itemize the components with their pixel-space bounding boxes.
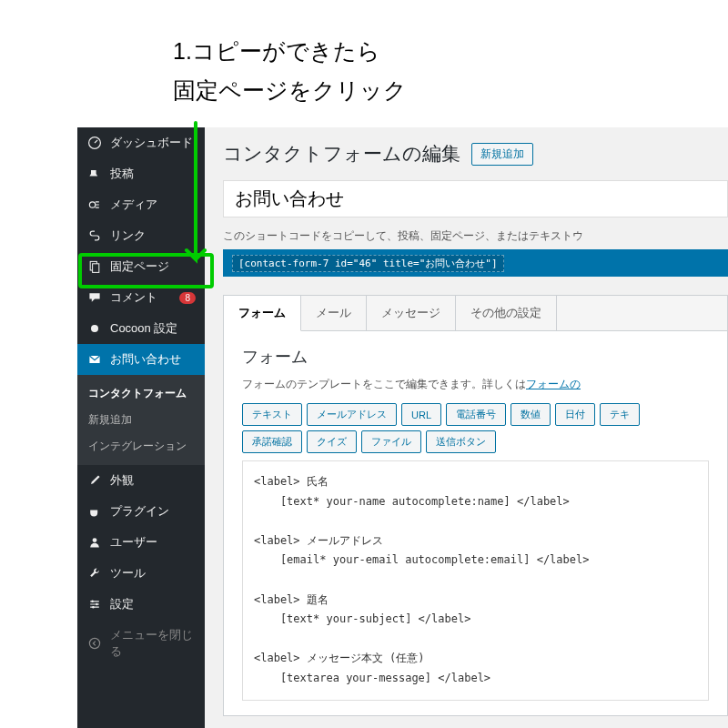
cocoon-icon — [86, 320, 103, 337]
tag-buttons-row2: 承諾確認 クイズ ファイル 送信ボタン — [242, 430, 709, 453]
sidebar-label: ダッシュボード — [110, 135, 193, 151]
tab-other[interactable]: その他の設定 — [456, 296, 557, 330]
comment-icon — [86, 289, 103, 306]
tag-buttons-row1: テキスト メールアドレス URL 電話番号 数値 日付 テキ — [242, 403, 709, 426]
sidebar-label: 外観 — [110, 472, 134, 489]
sidebar-item-cocoon[interactable]: Cocoon 設定 — [77, 313, 205, 344]
tag-quiz[interactable]: クイズ — [307, 430, 357, 453]
sidebar-label: メニューを閉じる — [110, 627, 196, 660]
sidebar-label: リンク — [110, 228, 146, 244]
tag-url[interactable]: URL — [401, 403, 441, 426]
tag-number[interactable]: 数値 — [511, 403, 551, 426]
settings-icon — [86, 596, 103, 612]
panel-body: フォーム フォームのテンプレートをここで編集できます。詳しくはフォームの テキス… — [224, 331, 727, 715]
dashboard-icon — [86, 135, 103, 151]
editor-tabs: フォーム メール メッセージ その他の設定 — [224, 296, 727, 331]
form-title-input[interactable] — [223, 180, 728, 217]
tag-email[interactable]: メールアドレス — [307, 403, 397, 426]
sidebar-label: ツール — [110, 565, 146, 581]
sidebar-label: メディア — [110, 197, 157, 213]
sidebar-collapse[interactable]: メニューを閉じる — [77, 620, 205, 667]
link-icon — [86, 228, 103, 244]
pin-icon — [86, 166, 103, 182]
tag-text[interactable]: テキスト — [242, 403, 302, 426]
tag-acceptance[interactable]: 承諾確認 — [242, 430, 302, 453]
tag-tel[interactable]: 電話番号 — [446, 403, 506, 426]
sidebar-label: 投稿 — [110, 166, 134, 182]
sidebar-item-comments[interactable]: コメント 8 — [77, 282, 205, 313]
instruction-annotation: 1.コピーができたら 固定ページをクリック — [173, 32, 407, 109]
shortcode-box: [contact-form-7 id="46" title="お問い合わせ"] — [223, 249, 728, 277]
tab-form[interactable]: フォーム — [224, 296, 301, 331]
svg-point-2 — [89, 202, 95, 207]
tag-date[interactable]: 日付 — [555, 403, 595, 426]
sidebar-item-appearance[interactable]: 外観 — [77, 465, 205, 496]
tool-icon — [86, 565, 103, 581]
sidebar-item-settings[interactable]: 設定 — [77, 589, 205, 620]
wp-admin: ダッシュボード 投稿 メディア リンク 固定ページ コメント 8 Cocoon … — [77, 127, 728, 728]
page-title: コンタクトフォームの編集 — [223, 141, 460, 167]
sidebar-item-plugins[interactable]: プラグイン — [77, 496, 205, 527]
svg-rect-4 — [93, 264, 99, 273]
svg-point-7 — [93, 538, 97, 542]
sidebar-item-posts[interactable]: 投稿 — [77, 158, 205, 189]
sidebar-item-contact[interactable]: お問い合わせ — [77, 344, 205, 375]
sidebar-item-media[interactable]: メディア — [77, 189, 205, 220]
sidebar-label: 設定 — [110, 596, 134, 612]
page-icon — [86, 258, 103, 275]
sidebar-item-links[interactable]: リンク — [77, 220, 205, 251]
editor-panel: フォーム メール メッセージ その他の設定 フォーム フォームのテンプレートをこ… — [223, 295, 728, 716]
sidebar-label: お問い合わせ — [110, 351, 181, 368]
main-content: コンタクトフォームの編集 新規追加 このショートコードをコピーして、投稿、固定ペ… — [205, 127, 728, 728]
form-template-editor[interactable]: <label> 氏名 [text* your-name autocomplete… — [242, 460, 709, 701]
panel-heading: フォーム — [242, 346, 709, 368]
collapse-icon — [86, 635, 103, 652]
shortcode-text[interactable]: [contact-form-7 id="46" title="お問い合わせ"] — [232, 255, 504, 272]
tag-file[interactable]: ファイル — [361, 430, 421, 453]
tag-submit[interactable]: 送信ボタン — [426, 430, 496, 453]
sidebar-item-pages[interactable]: 固定ページ — [77, 251, 205, 282]
svg-point-10 — [92, 606, 94, 608]
brush-icon — [86, 472, 103, 489]
submenu-integration[interactable]: インテグレーション — [77, 433, 205, 460]
form-template-link[interactable]: フォームの — [526, 378, 581, 390]
media-icon — [86, 197, 103, 213]
sidebar-label: プラグイン — [110, 503, 169, 520]
svg-point-11 — [89, 638, 99, 648]
svg-point-5 — [91, 325, 98, 332]
sidebar-submenu: コンタクトフォーム 新規追加 インテグレーション — [77, 375, 205, 465]
sidebar-label: コメント — [110, 289, 157, 306]
sidebar-label: Cocoon 設定 — [110, 320, 177, 337]
svg-point-8 — [91, 601, 93, 602]
panel-description: フォームのテンプレートをここで編集できます。詳しくはフォームの — [242, 377, 709, 392]
tab-mail[interactable]: メール — [301, 296, 367, 330]
svg-point-9 — [96, 603, 97, 605]
sidebar-label: ユーザー — [110, 534, 157, 551]
tab-messages[interactable]: メッセージ — [367, 296, 456, 330]
submenu-contact-forms[interactable]: コンタクトフォーム — [77, 380, 205, 407]
admin-sidebar: ダッシュボード 投稿 メディア リンク 固定ページ コメント 8 Cocoon … — [77, 127, 205, 728]
mail-icon — [86, 351, 103, 368]
plugin-icon — [86, 503, 103, 520]
sidebar-item-users[interactable]: ユーザー — [77, 527, 205, 558]
user-icon — [86, 534, 103, 551]
sidebar-item-tools[interactable]: ツール — [77, 558, 205, 589]
comment-count-badge: 8 — [179, 292, 196, 304]
add-new-button[interactable]: 新規追加 — [471, 143, 533, 166]
tag-textarea[interactable]: テキ — [600, 403, 640, 426]
page-header: コンタクトフォームの編集 新規追加 — [223, 141, 728, 167]
sidebar-label: 固定ページ — [110, 258, 169, 275]
sidebar-item-dashboard[interactable]: ダッシュボード — [77, 127, 205, 158]
submenu-add-new[interactable]: 新規追加 — [77, 407, 205, 433]
shortcode-help: このショートコードをコピーして、投稿、固定ページ、またはテキストウ — [223, 228, 728, 244]
